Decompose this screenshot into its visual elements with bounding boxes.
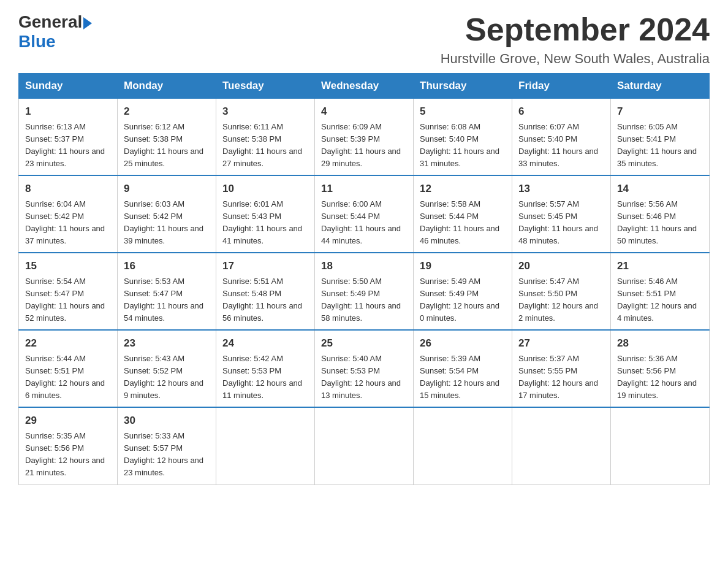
logo: General Blue [18, 12, 92, 52]
table-row: 26Sunrise: 5:39 AMSunset: 5:54 PMDayligh… [414, 330, 512, 407]
day-info: Sunrise: 6:00 AMSunset: 5:44 PMDaylight:… [321, 198, 407, 248]
col-header-tuesday: Tuesday [216, 74, 315, 99]
table-row: 6Sunrise: 6:07 AMSunset: 5:40 PMDaylight… [512, 99, 611, 176]
day-info: Sunrise: 5:53 AMSunset: 5:47 PMDaylight:… [124, 275, 210, 325]
day-number: 29 [25, 413, 111, 429]
day-number: 4 [321, 104, 407, 120]
page-header: General Blue September 2024 Hurstville G… [18, 12, 710, 67]
day-number: 18 [321, 258, 407, 274]
day-info: Sunrise: 6:09 AMSunset: 5:39 PMDaylight:… [321, 121, 407, 170]
day-info: Sunrise: 5:46 AMSunset: 5:51 PMDaylight:… [617, 275, 703, 325]
logo-arrow-icon [83, 17, 92, 29]
day-number: 7 [617, 104, 703, 120]
table-row: 22Sunrise: 5:44 AMSunset: 5:51 PMDayligh… [19, 330, 118, 407]
table-row: 4Sunrise: 6:09 AMSunset: 5:39 PMDaylight… [315, 99, 414, 176]
day-number: 17 [222, 258, 308, 274]
day-info: Sunrise: 5:42 AMSunset: 5:53 PMDaylight:… [222, 353, 308, 402]
day-info: Sunrise: 6:13 AMSunset: 5:37 PMDaylight:… [25, 121, 111, 170]
day-info: Sunrise: 5:37 AMSunset: 5:55 PMDaylight:… [518, 353, 604, 402]
day-number: 30 [124, 413, 210, 429]
calendar-week-row: 22Sunrise: 5:44 AMSunset: 5:51 PMDayligh… [19, 330, 710, 407]
table-row: 15Sunrise: 5:54 AMSunset: 5:47 PMDayligh… [19, 253, 118, 330]
table-row [414, 407, 512, 484]
day-number: 16 [124, 258, 210, 274]
day-info: Sunrise: 5:40 AMSunset: 5:53 PMDaylight:… [321, 353, 407, 402]
table-row [611, 407, 710, 484]
calendar-table: Sunday Monday Tuesday Wednesday Thursday… [18, 73, 710, 484]
day-number: 8 [25, 181, 111, 197]
day-number: 20 [518, 258, 604, 274]
table-row: 20Sunrise: 5:47 AMSunset: 5:50 PMDayligh… [512, 253, 611, 330]
table-row: 29Sunrise: 5:35 AMSunset: 5:56 PMDayligh… [19, 407, 118, 484]
day-number: 21 [617, 258, 703, 274]
table-row [216, 407, 315, 484]
day-info: Sunrise: 5:39 AMSunset: 5:54 PMDaylight:… [420, 353, 506, 402]
day-number: 19 [420, 258, 506, 274]
day-info: Sunrise: 6:07 AMSunset: 5:40 PMDaylight:… [518, 121, 604, 170]
day-info: Sunrise: 6:11 AMSunset: 5:38 PMDaylight:… [222, 121, 308, 170]
day-info: Sunrise: 6:04 AMSunset: 5:42 PMDaylight:… [25, 198, 111, 248]
table-row: 5Sunrise: 6:08 AMSunset: 5:40 PMDaylight… [414, 99, 512, 176]
day-info: Sunrise: 6:05 AMSunset: 5:41 PMDaylight:… [617, 121, 703, 170]
day-info: Sunrise: 5:56 AMSunset: 5:46 PMDaylight:… [617, 198, 703, 248]
day-info: Sunrise: 5:49 AMSunset: 5:49 PMDaylight:… [420, 275, 506, 325]
day-info: Sunrise: 6:12 AMSunset: 5:38 PMDaylight:… [124, 121, 210, 170]
day-number: 22 [25, 335, 111, 351]
day-number: 28 [617, 335, 703, 351]
day-info: Sunrise: 5:58 AMSunset: 5:44 PMDaylight:… [420, 198, 506, 248]
day-number: 14 [617, 181, 703, 197]
table-row: 11Sunrise: 6:00 AMSunset: 5:44 PMDayligh… [315, 175, 414, 253]
day-number: 3 [222, 104, 308, 120]
table-row [315, 407, 414, 484]
day-info: Sunrise: 5:47 AMSunset: 5:50 PMDaylight:… [518, 275, 604, 325]
col-header-monday: Monday [118, 74, 216, 99]
table-row: 8Sunrise: 6:04 AMSunset: 5:42 PMDaylight… [19, 175, 118, 253]
table-row: 3Sunrise: 6:11 AMSunset: 5:38 PMDaylight… [216, 99, 315, 176]
location-title: Hurstville Grove, New South Wales, Austr… [441, 51, 710, 67]
calendar-week-row: 29Sunrise: 5:35 AMSunset: 5:56 PMDayligh… [19, 407, 710, 484]
table-row: 1Sunrise: 6:13 AMSunset: 5:37 PMDaylight… [19, 99, 118, 176]
day-number: 23 [124, 335, 210, 351]
table-row: 23Sunrise: 5:43 AMSunset: 5:52 PMDayligh… [118, 330, 216, 407]
title-section: September 2024 Hurstville Grove, New Sou… [441, 12, 710, 67]
day-number: 10 [222, 181, 308, 197]
day-info: Sunrise: 6:03 AMSunset: 5:42 PMDaylight:… [124, 198, 210, 248]
table-row: 28Sunrise: 5:36 AMSunset: 5:56 PMDayligh… [611, 330, 710, 407]
col-header-friday: Friday [512, 74, 611, 99]
col-header-sunday: Sunday [19, 74, 118, 99]
day-number: 6 [518, 104, 604, 120]
table-row: 13Sunrise: 5:57 AMSunset: 5:45 PMDayligh… [512, 175, 611, 253]
day-info: Sunrise: 6:08 AMSunset: 5:40 PMDaylight:… [420, 121, 506, 170]
table-row: 24Sunrise: 5:42 AMSunset: 5:53 PMDayligh… [216, 330, 315, 407]
table-row: 18Sunrise: 5:50 AMSunset: 5:49 PMDayligh… [315, 253, 414, 330]
table-row: 12Sunrise: 5:58 AMSunset: 5:44 PMDayligh… [414, 175, 512, 253]
day-info: Sunrise: 5:35 AMSunset: 5:56 PMDaylight:… [25, 430, 111, 480]
day-info: Sunrise: 5:44 AMSunset: 5:51 PMDaylight:… [25, 353, 111, 402]
logo-blue-text: Blue [18, 32, 92, 52]
table-row: 16Sunrise: 5:53 AMSunset: 5:47 PMDayligh… [118, 253, 216, 330]
day-number: 11 [321, 181, 407, 197]
calendar-header-row: Sunday Monday Tuesday Wednesday Thursday… [19, 74, 710, 99]
day-number: 25 [321, 335, 407, 351]
day-info: Sunrise: 5:54 AMSunset: 5:47 PMDaylight:… [25, 275, 111, 325]
day-number: 9 [124, 181, 210, 197]
table-row: 30Sunrise: 5:33 AMSunset: 5:57 PMDayligh… [118, 407, 216, 484]
day-info: Sunrise: 5:33 AMSunset: 5:57 PMDaylight:… [124, 430, 210, 480]
day-info: Sunrise: 5:36 AMSunset: 5:56 PMDaylight:… [617, 353, 703, 402]
table-row: 25Sunrise: 5:40 AMSunset: 5:53 PMDayligh… [315, 330, 414, 407]
table-row: 19Sunrise: 5:49 AMSunset: 5:49 PMDayligh… [414, 253, 512, 330]
table-row: 27Sunrise: 5:37 AMSunset: 5:55 PMDayligh… [512, 330, 611, 407]
calendar-week-row: 15Sunrise: 5:54 AMSunset: 5:47 PMDayligh… [19, 253, 710, 330]
table-row: 9Sunrise: 6:03 AMSunset: 5:42 PMDaylight… [118, 175, 216, 253]
col-header-wednesday: Wednesday [315, 74, 414, 99]
table-row: 10Sunrise: 6:01 AMSunset: 5:43 PMDayligh… [216, 175, 315, 253]
day-info: Sunrise: 5:51 AMSunset: 5:48 PMDaylight:… [222, 275, 308, 325]
day-number: 12 [420, 181, 506, 197]
day-info: Sunrise: 5:43 AMSunset: 5:52 PMDaylight:… [124, 353, 210, 402]
table-row: 21Sunrise: 5:46 AMSunset: 5:51 PMDayligh… [611, 253, 710, 330]
day-number: 2 [124, 104, 210, 120]
calendar-week-row: 8Sunrise: 6:04 AMSunset: 5:42 PMDaylight… [19, 175, 710, 253]
table-row: 14Sunrise: 5:56 AMSunset: 5:46 PMDayligh… [611, 175, 710, 253]
day-number: 26 [420, 335, 506, 351]
month-title: September 2024 [441, 12, 710, 47]
